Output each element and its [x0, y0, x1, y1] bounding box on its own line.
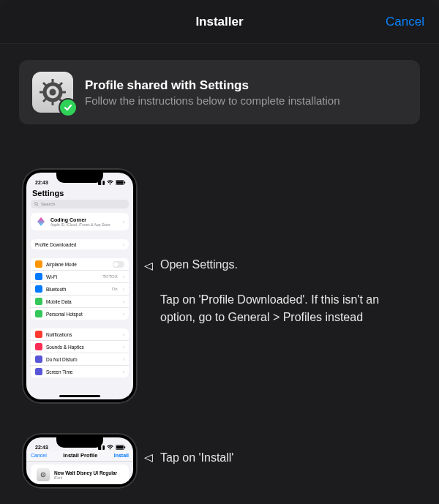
settings-row: Mobile Data›: [31, 295, 129, 307]
airplane-icon: [35, 260, 42, 268]
avatar-icon: [35, 216, 47, 227]
notch: [56, 437, 103, 448]
wifi-icon: [35, 273, 42, 280]
moon-icon: [35, 356, 42, 363]
profile-downloaded-group: Profile Downloaded ›: [31, 239, 129, 249]
row-label: Notifications: [46, 332, 119, 337]
install-profile-nav: Cancel Install Profile Install: [26, 451, 133, 462]
profile-name: New Walt Disney UI Regular: [54, 470, 117, 475]
sheet-header: Installer Cancel: [0, 0, 439, 44]
row-label: Airplane Mode: [46, 262, 109, 267]
row-label: Sounds & Haptics: [46, 345, 119, 350]
profile-downloaded-row: Profile Downloaded ›: [31, 239, 129, 249]
step-2: 22:43 Cancel Install Profile In: [22, 433, 420, 489]
search-placeholder: Search: [41, 202, 55, 206]
row-label: Do Not Disturb: [46, 357, 119, 362]
svg-rect-11: [116, 181, 124, 184]
phone-mock-install: 22:43 Cancel Install Profile In: [22, 433, 138, 489]
settings-app-icon: [32, 72, 73, 113]
settings-row: Do Not Disturb›: [31, 353, 129, 365]
settings-row: Personal Hotspot›: [31, 307, 129, 320]
settings-row: Notifications›: [31, 328, 129, 340]
status-time: 22:43: [35, 180, 48, 185]
checkmark-badge-icon: [59, 98, 78, 117]
cancel-button[interactable]: Cancel: [386, 0, 424, 43]
notifications-group: Notifications›Sounds & Haptics›Do Not Di…: [31, 328, 129, 377]
svg-line-14: [37, 205, 39, 206]
row-label: Bluetooth: [46, 287, 108, 292]
antenna-icon: [35, 298, 42, 305]
profile-signer: iFont: [54, 475, 117, 480]
step-2-text: Tap on 'Install': [160, 449, 233, 467]
toggle: [113, 261, 124, 268]
settings-row: Sounds & Haptics›: [31, 340, 129, 353]
svg-line-7: [59, 83, 62, 86]
row-label: Wi-Fi: [46, 274, 99, 279]
svg-rect-16: [116, 446, 124, 449]
pointer-icon: ◁: [144, 452, 153, 462]
profile-banner: Profile shared with Settings Follow the …: [19, 60, 420, 124]
sheet-title: Installer: [195, 15, 243, 29]
profile-icon: [37, 468, 50, 481]
chevron-icon: ›: [123, 242, 124, 247]
settings-heading: Settings: [26, 186, 133, 200]
svg-rect-12: [124, 181, 125, 183]
banner-subtitle: Follow the instructions below to complet…: [85, 94, 407, 107]
svg-line-5: [43, 83, 46, 86]
chevron-icon: ›: [123, 312, 124, 317]
sheet-content: Profile shared with Settings Follow the …: [0, 44, 439, 489]
account-group: Coding Corner Apple ID, iCloud, iTunes &…: [31, 213, 129, 230]
account-name: Coding Corner: [50, 217, 110, 222]
banner-title: Profile shared with Settings: [85, 78, 407, 93]
settings-row: Airplane Mode: [31, 258, 129, 270]
chevron-icon: ›: [123, 299, 124, 304]
status-time: 22:43: [35, 445, 48, 450]
speaker-icon: [35, 343, 42, 350]
svg-point-19: [42, 474, 44, 475]
wifi-icon: [107, 180, 113, 185]
notch: [56, 173, 103, 183]
chevron-icon: ›: [123, 345, 124, 350]
profile-entry-row: New Walt Disney UI Regular iFont: [31, 464, 129, 484]
row-value: On: [112, 287, 118, 291]
account-detail: Apple ID, iCloud, iTunes & App Store: [50, 222, 110, 227]
chevron-icon: ›: [123, 219, 124, 225]
svg-point-9: [50, 89, 56, 96]
installer-sheet: Installer Cancel: [0, 0, 439, 504]
connectivity-group: Airplane ModeWi-FiTOTOX›BluetoothOn›Mobi…: [31, 258, 129, 320]
chevron-icon: ›: [123, 369, 124, 375]
search-icon: [34, 202, 39, 206]
pointer-icon: ◁: [144, 260, 153, 271]
battery-icon: [116, 445, 126, 450]
settings-row: Screen Time›: [31, 365, 129, 377]
nav-install: Install: [114, 453, 129, 458]
svg-rect-17: [124, 446, 125, 448]
chevron-icon: ›: [123, 287, 124, 292]
settings-row: BluetoothOn›: [31, 282, 129, 295]
hotspot-icon: [35, 310, 42, 317]
row-label: Personal Hotspot: [46, 312, 119, 317]
bell-icon: [35, 331, 42, 338]
row-label: Screen Time: [46, 369, 119, 375]
settings-row: Wi-FiTOTOX›: [31, 270, 129, 282]
nav-cancel: Cancel: [31, 453, 47, 458]
search-field: Search: [31, 200, 129, 208]
row-label: Mobile Data: [46, 299, 119, 304]
phone-mock-settings: 22:43 Settings Search: [22, 168, 138, 404]
instruction-steps: 22:43 Settings Search: [19, 168, 420, 489]
svg-line-8: [43, 99, 46, 102]
chevron-icon: ›: [123, 274, 124, 279]
svg-point-13: [35, 203, 38, 206]
row-value: TOTOX: [102, 274, 117, 279]
battery-icon: [116, 180, 126, 185]
step-1-text: Open Settings. Tap on 'Profile Downloade…: [160, 256, 409, 326]
step-1: 22:43 Settings Search: [22, 168, 420, 404]
wifi-icon: [107, 445, 113, 450]
chevron-icon: ›: [123, 332, 124, 337]
nav-title: Install Profile: [63, 452, 97, 459]
home-indicator: [59, 395, 100, 397]
bluetooth-icon: [35, 285, 42, 293]
hourglass-icon: [35, 368, 42, 375]
chevron-icon: ›: [123, 357, 124, 362]
apple-id-row: Coding Corner Apple ID, iCloud, iTunes &…: [31, 213, 129, 230]
